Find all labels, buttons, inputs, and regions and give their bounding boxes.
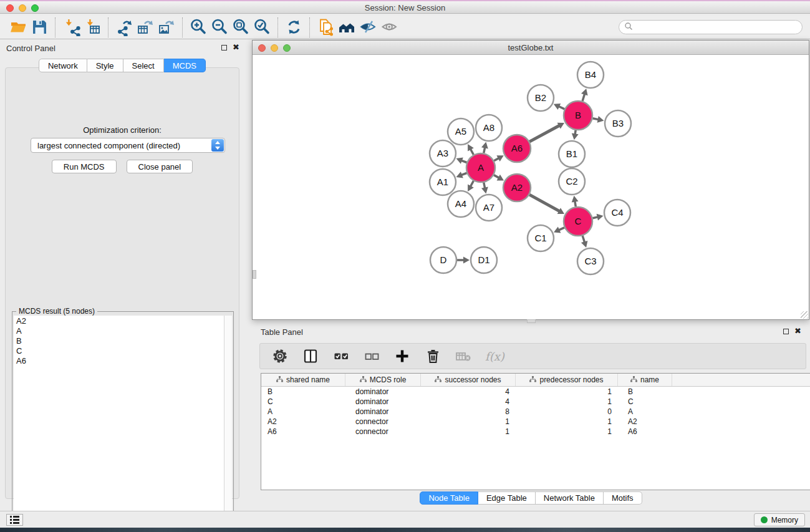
tab-select[interactable]: Select — [123, 59, 164, 72]
svg-text:B1: B1 — [566, 148, 577, 159]
svg-text:C2: C2 — [566, 176, 577, 186]
tab-network-table[interactable]: Network Table — [536, 491, 604, 505]
toolbar-separator — [309, 17, 310, 37]
zoom-selected-icon[interactable] — [251, 17, 272, 37]
toolbar-separator — [55, 17, 55, 37]
graph-node-A7[interactable]: A7 — [476, 195, 502, 221]
graph-node-B1[interactable]: B1 — [559, 141, 585, 167]
delete-table-icon[interactable] — [455, 347, 473, 365]
cell-shared-name: A2 — [261, 417, 345, 427]
mcds-result-item[interactable]: B — [14, 336, 224, 346]
table-row[interactable]: Cdominator41C — [261, 397, 810, 407]
float-panel-icon[interactable] — [221, 45, 227, 51]
window-resize-grip[interactable] — [801, 311, 808, 319]
add-icon[interactable] — [393, 347, 412, 365]
select-all-icon[interactable] — [332, 347, 350, 365]
status-bar: Memory — [0, 511, 810, 528]
graph-node-D1[interactable]: D1 — [471, 247, 497, 273]
zoom-in-icon[interactable] — [188, 17, 209, 37]
graph-node-A2[interactable]: A2 — [503, 174, 531, 201]
graph-node-B2[interactable]: B2 — [528, 85, 554, 111]
cell-MCDS-role: dominator — [345, 397, 421, 407]
tab-mcds[interactable]: MCDS — [164, 59, 206, 72]
graph-node-C1[interactable]: C1 — [528, 225, 554, 251]
table-row[interactable]: A2connector11A2 — [261, 417, 810, 427]
column-header-empty — [672, 374, 810, 386]
graph-node-B4[interactable]: B4 — [577, 62, 604, 88]
graph-node-A6[interactable]: A6 — [503, 135, 531, 162]
graph-node-C[interactable]: C — [564, 207, 592, 236]
tab-network[interactable]: Network — [39, 59, 87, 72]
memory-status-icon — [761, 516, 768, 523]
new-session-icon[interactable] — [315, 17, 336, 37]
tab-edge-table[interactable]: Edge Table — [478, 491, 536, 505]
cell-name: A — [618, 407, 672, 417]
graph-node-A5[interactable]: A5 — [448, 118, 474, 145]
column-header-predecessor-nodes[interactable]: predecessor nodes — [516, 374, 618, 386]
mcds-result-item[interactable]: A2 — [14, 316, 224, 326]
graph-node-D[interactable]: D — [430, 247, 456, 273]
desktop-background — [0, 528, 810, 532]
cell-predecessor-nodes: 0 — [516, 407, 618, 417]
import-table-icon[interactable] — [82, 17, 103, 37]
refresh-icon[interactable] — [283, 17, 304, 37]
function-builder-icon[interactable]: f(x) — [485, 347, 504, 365]
search-field[interactable] — [619, 20, 803, 34]
style-visibility-icon[interactable] — [357, 17, 378, 37]
mcds-result-item[interactable]: A6 — [14, 355, 224, 365]
run-mcds-button[interactable]: Run MCDS — [52, 160, 117, 173]
graph-node-A4[interactable]: A4 — [448, 191, 474, 217]
delete-icon[interactable] — [424, 347, 442, 365]
eye-icon[interactable] — [378, 17, 400, 37]
graph-node-A8[interactable]: A8 — [476, 115, 502, 141]
column-header-name[interactable]: name — [618, 374, 672, 386]
graph-node-B[interactable]: B — [564, 101, 592, 130]
zoom-fit-icon[interactable] — [230, 17, 251, 37]
home-icon[interactable] — [336, 17, 357, 37]
close-panel-icon[interactable]: ✖ — [233, 44, 239, 51]
graph-node-C4[interactable]: C4 — [604, 200, 630, 226]
settings-gear-icon[interactable] — [271, 347, 289, 365]
criterion-dropdown[interactable]: largest connected component (directed) — [31, 138, 225, 153]
import-network-icon[interactable] — [60, 17, 82, 37]
column-icon[interactable] — [302, 347, 320, 365]
tab-style[interactable]: Style — [87, 59, 123, 72]
column-header-shared-name[interactable]: shared name — [261, 374, 345, 386]
tab-node-table[interactable]: Node Table — [420, 491, 478, 505]
mcds-result-list[interactable]: A2ABCA6 — [14, 316, 224, 519]
graph-node-A1[interactable]: A1 — [430, 169, 456, 195]
graph-node-A[interactable]: A — [466, 153, 495, 182]
mcds-result-item[interactable]: C — [14, 346, 224, 355]
export-table-icon[interactable] — [135, 17, 156, 37]
table-row[interactable]: A6connector11A6 — [261, 427, 810, 437]
column-header-successor-nodes[interactable]: successor nodes — [421, 374, 516, 386]
tab-motifs[interactable]: Motifs — [604, 491, 642, 505]
close-panel-button[interactable]: Close panel — [127, 160, 193, 173]
task-history-button[interactable] — [6, 514, 23, 526]
table-row[interactable]: Adominator80A — [261, 407, 810, 417]
column-header-MCDS-role[interactable]: MCDS role — [345, 374, 421, 386]
graph-node-B3[interactable]: B3 — [605, 110, 631, 137]
close-table-panel-icon[interactable]: ✖ — [794, 328, 801, 334]
export-image-icon[interactable] — [156, 17, 177, 37]
canvas-horizontal-scroll-thumb[interactable] — [527, 319, 536, 323]
graph-node-C3[interactable]: C3 — [577, 248, 604, 274]
graph-node-A3[interactable]: A3 — [430, 140, 456, 167]
float-table-panel-icon[interactable] — [783, 329, 789, 334]
result-scrollbar[interactable] — [224, 316, 232, 519]
memory-button[interactable]: Memory — [754, 513, 805, 526]
table-row[interactable]: Bdominator41B — [261, 387, 810, 397]
toolbar-separator — [277, 17, 278, 37]
deselect-all-icon[interactable] — [363, 347, 381, 365]
svg-text:C4: C4 — [611, 207, 623, 218]
cell-successor-nodes: 1 — [421, 427, 516, 437]
mcds-result-item[interactable]: A — [14, 326, 224, 336]
export-network-icon[interactable] — [113, 17, 135, 37]
svg-text:B: B — [575, 110, 581, 120]
save-session-icon[interactable] — [29, 17, 50, 37]
graph-node-C2[interactable]: C2 — [559, 168, 585, 195]
open-file-icon[interactable] — [7, 17, 29, 37]
canvas-vertical-scroll-thumb[interactable] — [253, 270, 256, 279]
network-canvas[interactable]: B4B2BB3A5A8A6A3B1AA1C2A2A4A7CC4C1C3DD1 — [253, 55, 809, 319]
zoom-out-icon[interactable] — [209, 17, 230, 37]
